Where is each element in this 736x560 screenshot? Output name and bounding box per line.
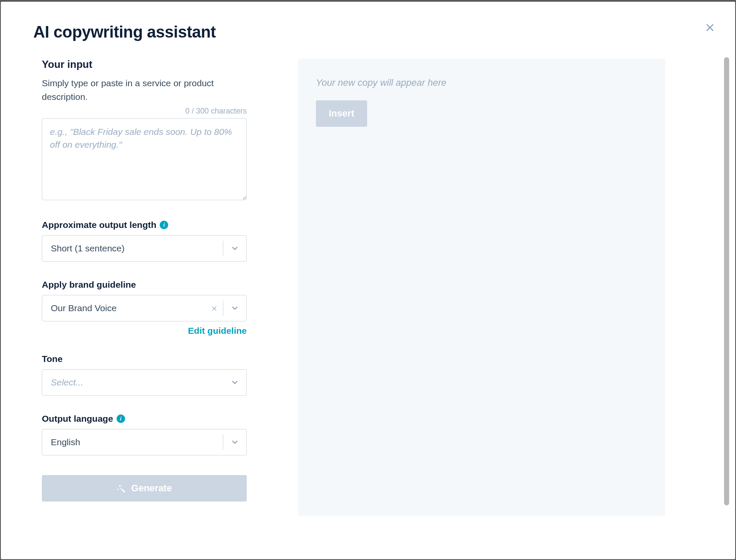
output-placeholder-text: Your new copy will appear here xyxy=(316,77,647,88)
insert-button[interactable]: Insert xyxy=(316,100,367,127)
brand-guideline-label-text: Apply brand guideline xyxy=(42,280,136,290)
output-language-value: English xyxy=(42,429,223,455)
modal-header: AI copywriting assistant xyxy=(1,2,735,41)
output-length-label: Approximate output length i xyxy=(42,220,247,230)
close-icon xyxy=(211,305,218,312)
char-counter: 0 / 300 characters xyxy=(42,107,247,116)
generate-button-label: Generate xyxy=(131,483,172,494)
tone-select[interactable]: Select... xyxy=(42,369,247,396)
chevron-down-icon xyxy=(223,236,246,261)
insert-button-label: Insert xyxy=(329,108,354,119)
tone-label-text: Tone xyxy=(42,354,63,364)
chevron-down-icon xyxy=(223,295,246,321)
magic-wand-icon xyxy=(117,484,126,493)
clear-brand-button[interactable] xyxy=(206,295,223,321)
output-length-value: Short (1 sentence) xyxy=(42,236,223,261)
output-language-select[interactable]: English xyxy=(42,429,247,455)
input-helper-text: Simply type or paste in a service or pro… xyxy=(42,76,238,103)
brand-guideline-value: Our Brand Voice xyxy=(42,295,206,321)
tone-placeholder: Select... xyxy=(42,370,223,395)
brand-guideline-select[interactable]: Our Brand Voice xyxy=(42,295,247,321)
tone-label: Tone xyxy=(42,354,247,364)
chevron-down-icon xyxy=(223,370,246,395)
input-section-title: Your input xyxy=(42,58,247,70)
output-language-label: Output language i xyxy=(42,414,247,424)
brand-guideline-label: Apply brand guideline xyxy=(42,280,247,290)
description-textarea[interactable] xyxy=(42,118,247,200)
field-output-language: Output language i English xyxy=(42,414,247,455)
output-language-label-text: Output language xyxy=(42,414,113,424)
ai-copywriting-modal: AI copywriting assistant Your input Simp… xyxy=(1,2,735,559)
chevron-down-icon xyxy=(223,429,246,455)
close-icon xyxy=(704,21,716,32)
scrollbar-thumb[interactable] xyxy=(724,57,729,505)
field-tone: Tone Select... xyxy=(42,354,247,396)
modal-title: AI copywriting assistant xyxy=(33,23,703,41)
input-panel: Your input Simply type or paste in a ser… xyxy=(42,58,247,502)
info-icon[interactable]: i xyxy=(160,221,168,229)
output-length-select[interactable]: Short (1 sentence) xyxy=(42,235,247,262)
close-button[interactable] xyxy=(703,20,717,34)
output-panel: Your new copy will appear here Insert xyxy=(298,58,665,516)
edit-guideline-link[interactable]: Edit guideline xyxy=(188,326,247,335)
output-length-label-text: Approximate output length xyxy=(42,220,156,230)
generate-button[interactable]: Generate xyxy=(42,475,247,502)
modal-body: Your input Simply type or paste in a ser… xyxy=(1,41,735,533)
field-brand-guideline: Apply brand guideline Our Brand Voice Ed… xyxy=(42,280,247,336)
field-output-length: Approximate output length i Short (1 sen… xyxy=(42,220,247,262)
info-icon[interactable]: i xyxy=(117,414,125,423)
